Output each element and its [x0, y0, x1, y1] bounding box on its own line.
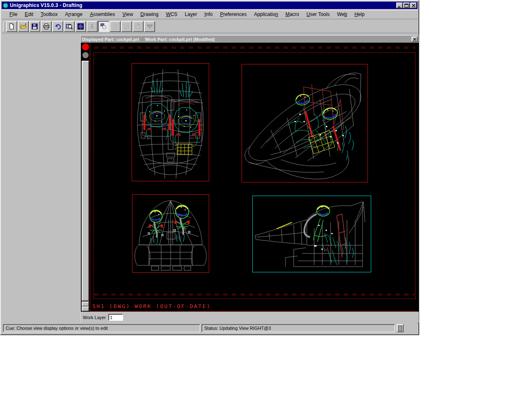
- dotted-views-icon: [112, 23, 119, 30]
- right-view[interactable]: [252, 196, 371, 272]
- displayed-part-label: Displayed Part: cockpit.prt: [82, 37, 139, 42]
- close-icon: [413, 38, 416, 41]
- printer-icon: [43, 23, 50, 30]
- menu-web[interactable]: Web: [333, 10, 351, 18]
- workspace: Displayed Part: cockpit.prt Work Part: c…: [2, 34, 418, 322]
- menu-application[interactable]: Application: [250, 10, 282, 18]
- unigraphics-window: Unigraphics V15.0.3 - Drafting FileEditT…: [0, 0, 419, 335]
- busy-indicator-icon: [82, 52, 89, 58]
- menu-preferences[interactable]: Preferences: [216, 10, 250, 18]
- toolbar: [2, 20, 418, 33]
- cue-text: Cue: Choose view display options or view…: [6, 326, 108, 331]
- work-layer-label: Work Layer: [83, 315, 106, 320]
- scroll-down-button[interactable]: [82, 306, 89, 311]
- fit-view-icon: [77, 23, 84, 30]
- undo-arrow-icon: [54, 23, 62, 30]
- menu-view[interactable]: View: [119, 10, 137, 18]
- status-bar: Cue: Choose view display options or view…: [2, 323, 418, 333]
- floppy-save-icon: [31, 23, 38, 30]
- new-part-button[interactable]: [6, 21, 17, 32]
- status-panel: Status: Updating View RIGHT@3: [201, 324, 395, 332]
- status-scroll-button[interactable]: [397, 324, 404, 332]
- shaded-view-button[interactable]: [144, 21, 155, 32]
- unigraphics-logo-icon: [2, 2, 9, 9]
- drawing-area: SH1 (DWG) WORK (OUT-OF-DATE): [81, 43, 419, 312]
- open-part-button[interactable]: [18, 21, 29, 32]
- dotted-rotate-icon: [135, 23, 142, 30]
- regenerate-view-button[interactable]: [121, 21, 132, 32]
- point-axes-icon: [89, 23, 96, 30]
- menu-arrange[interactable]: Arrange: [61, 10, 86, 18]
- menu-toolbox[interactable]: Toolbox: [37, 10, 61, 18]
- hand-select-icon: [100, 23, 107, 30]
- zoom-magnifier-icon: [66, 23, 73, 30]
- menu-wcs[interactable]: WCS: [162, 10, 181, 18]
- view-control-strip: [81, 43, 90, 312]
- undo-button[interactable]: [52, 21, 63, 32]
- toolbar-grip[interactable]: [4, 22, 5, 32]
- snap-point-button[interactable]: [87, 21, 98, 32]
- sheet-status-label: SH1 (DWG) WORK (OUT-OF-DATE): [92, 303, 211, 309]
- close-button[interactable]: [410, 2, 417, 8]
- update-display-button[interactable]: [110, 21, 121, 32]
- save-part-button[interactable]: [29, 21, 40, 32]
- select-view-button[interactable]: [98, 21, 109, 32]
- close-icon: [412, 4, 415, 7]
- drawing-window: Displayed Part: cockpit.prt Work Part: c…: [80, 35, 419, 323]
- menu-drawing[interactable]: Drawing: [137, 10, 162, 18]
- menu-info[interactable]: Info: [201, 10, 216, 18]
- menu-user-tools[interactable]: User Tools: [303, 10, 333, 18]
- minimize-button[interactable]: [396, 2, 403, 8]
- scrollbar-track[interactable]: [82, 61, 89, 301]
- desktop: Unigraphics V15.0.3 - Drafting FileEditT…: [0, 0, 525, 420]
- scroll-up-button[interactable]: [82, 301, 89, 306]
- stop-interrupt-button[interactable]: [82, 43, 89, 50]
- new-file-icon: [8, 23, 15, 30]
- isometric-view[interactable]: [242, 64, 368, 183]
- dither-scroll-icon: [398, 326, 402, 331]
- top-view[interactable]: [132, 63, 209, 181]
- menu-edit[interactable]: Edit: [21, 10, 37, 18]
- zoom-view-button[interactable]: [64, 21, 75, 32]
- work-layer-input[interactable]: [108, 314, 123, 321]
- menu-assemblies[interactable]: Assemblies: [86, 10, 119, 18]
- minimize-icon: [397, 4, 402, 7]
- open-folder-icon: [20, 23, 27, 30]
- work-layer-bar: Work Layer: [81, 312, 419, 323]
- menu-help[interactable]: Help: [351, 10, 368, 18]
- print-button[interactable]: [41, 21, 52, 32]
- window-title: Unigraphics V15.0.3 - Drafting: [10, 2, 82, 8]
- drawing-canvas[interactable]: SH1 (DWG) WORK (OUT-OF-DATE): [90, 43, 418, 312]
- drawing-window-titlebar[interactable]: Displayed Part: cockpit.prt Work Part: c…: [81, 36, 419, 43]
- menu-layer[interactable]: Layer: [181, 10, 201, 18]
- menu-file[interactable]: File: [6, 10, 21, 18]
- rotate-view-button[interactable]: [132, 21, 144, 32]
- cue-panel: Cue: Choose view display options or view…: [3, 324, 200, 332]
- title-bar[interactable]: Unigraphics V15.0.3 - Drafting: [2, 2, 418, 9]
- work-part-label: Work Part: cockpit.prt (Modified): [145, 37, 215, 42]
- front-view[interactable]: [132, 194, 209, 273]
- maximize-button[interactable]: [403, 2, 410, 8]
- shaded-wedge-icon: [146, 23, 153, 30]
- dotted-views-icon: [123, 23, 130, 30]
- sheet-edge-marks: [94, 46, 415, 49]
- fit-view-button[interactable]: [75, 21, 86, 32]
- menu-bar: FileEditToolboxArrangeAssembliesViewDraw…: [2, 10, 418, 19]
- menu-macro[interactable]: Macro: [282, 10, 303, 18]
- status-text: Status: Updating View RIGHT@3: [204, 326, 271, 331]
- maximize-icon: [404, 4, 409, 7]
- drawing-window-close-button[interactable]: [411, 37, 418, 42]
